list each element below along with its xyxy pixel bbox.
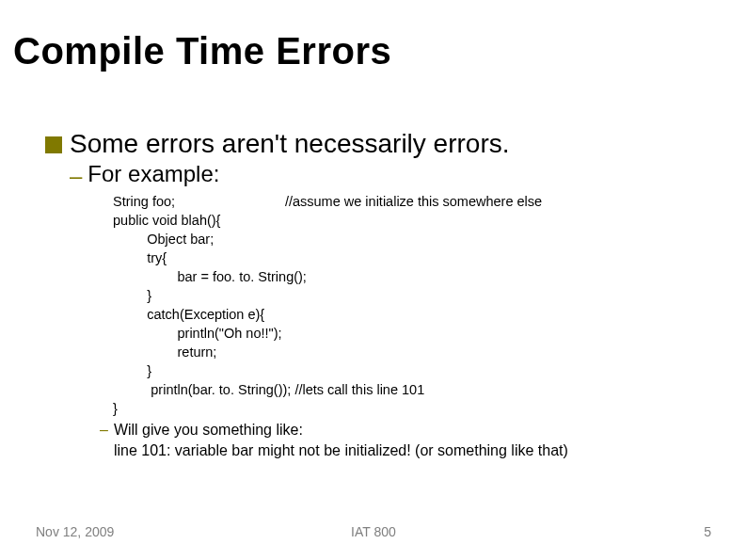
footer-page-number: 5: [486, 524, 711, 539]
footer-center: IAT 800: [261, 524, 485, 539]
dash-icon: –: [70, 161, 82, 190]
sub-bullet-2: – Will give you something like: line 101…: [100, 420, 728, 460]
sub-bullet-1: – For example:: [70, 161, 728, 190]
dash-icon: –: [100, 420, 108, 440]
footer-date: Nov 12, 2009: [36, 524, 261, 539]
content-area: Some errors aren't necessarily errors. –…: [45, 129, 728, 460]
slide-title: Compile Time Errors: [13, 30, 728, 72]
square-bullet-icon: [45, 136, 62, 153]
sub-bullet-2-text: Will give you something like: line 101: …: [114, 420, 568, 460]
sub-bullet-1-text: For example:: [87, 161, 219, 187]
footer: Nov 12, 2009 IAT 800 5: [0, 524, 747, 539]
slide-container: Compile Time Errors Some errors aren't n…: [0, 0, 747, 560]
code-block: String foo; //assume we initialize this …: [113, 192, 728, 418]
bullet-level-1: Some errors aren't necessarily errors.: [45, 129, 728, 159]
bullet-1-text: Some errors aren't necessarily errors.: [70, 129, 510, 159]
